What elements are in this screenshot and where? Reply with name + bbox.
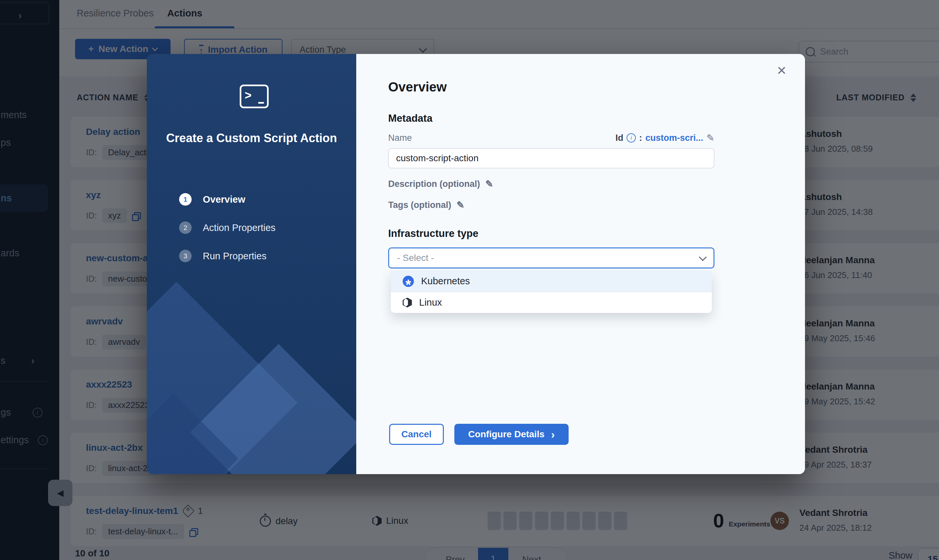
linux-icon bbox=[402, 298, 412, 308]
step-number: 2 bbox=[179, 222, 192, 234]
id-value-link[interactable]: custom-scri... bbox=[645, 133, 703, 143]
wizard-step-run-properties[interactable]: 3 Run Properties bbox=[179, 250, 266, 262]
chevron-right-icon: › bbox=[551, 430, 555, 439]
close-icon[interactable]: × bbox=[777, 63, 786, 78]
modal-left-panel: > Create a Custom Script Action 1 Overvi… bbox=[147, 54, 356, 474]
option-linux[interactable]: Linux bbox=[391, 292, 712, 313]
infrastructure-type-select[interactable]: - Select - bbox=[388, 248, 714, 268]
kubernetes-icon: * bbox=[402, 276, 414, 287]
step-number: 1 bbox=[179, 193, 192, 206]
infrastructure-dropdown: * Kubernetes Linux bbox=[391, 271, 712, 313]
cancel-button[interactable]: Cancel bbox=[389, 424, 444, 445]
info-icon[interactable]: i bbox=[626, 133, 636, 143]
wizard-step-overview[interactable]: 1 Overview bbox=[179, 193, 245, 206]
wizard-title: Create a Custom Script Action bbox=[159, 130, 344, 146]
app-root: › ments ps ns ards s › gs i ettings i ◀ … bbox=[0, 0, 939, 560]
name-input[interactable] bbox=[388, 148, 714, 168]
edit-tags-icon[interactable]: ✎ bbox=[456, 199, 464, 211]
description-label: Description (optional) ✎ bbox=[388, 178, 493, 189]
step-number: 3 bbox=[179, 250, 192, 262]
metadata-heading: Metadata bbox=[388, 112, 432, 125]
chevron-down-icon bbox=[698, 253, 706, 261]
wizard-step-action-properties[interactable]: 2 Action Properties bbox=[179, 222, 276, 234]
edit-id-icon[interactable]: ✎ bbox=[706, 132, 714, 143]
configure-details-button[interactable]: Configure Details › bbox=[454, 424, 569, 445]
edit-description-icon[interactable]: ✎ bbox=[485, 178, 493, 189]
id-row: Id i : custom-scri... ✎ bbox=[388, 132, 714, 143]
create-custom-script-action-modal: > Create a Custom Script Action 1 Overvi… bbox=[147, 54, 805, 474]
infrastructure-type-heading: Infrastructure type bbox=[388, 228, 478, 240]
tags-label: Tags (optional) ✎ bbox=[388, 199, 464, 211]
select-placeholder: - Select - bbox=[397, 253, 434, 263]
terminal-icon: > bbox=[240, 85, 269, 108]
modal-heading: Overview bbox=[388, 80, 447, 94]
option-kubernetes[interactable]: * Kubernetes bbox=[391, 271, 712, 292]
